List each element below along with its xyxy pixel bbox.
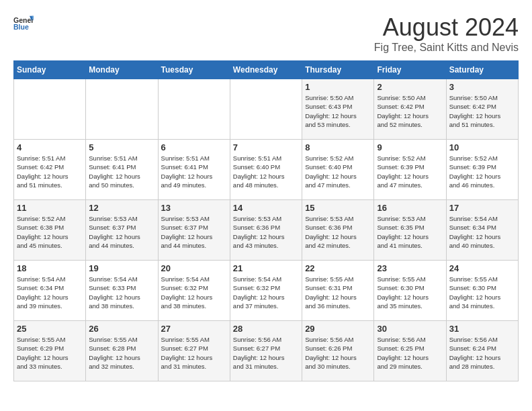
calendar-cell: 29Sunrise: 5:56 AMSunset: 6:26 PMDayligh… xyxy=(302,321,374,381)
day-number: 18 xyxy=(17,263,83,273)
calendar-cell: 7Sunrise: 5:51 AMSunset: 6:40 PMDaylight… xyxy=(230,140,302,200)
day-number: 2 xyxy=(377,82,443,92)
day-number: 3 xyxy=(449,82,515,92)
col-header-friday: Friday xyxy=(374,61,446,79)
day-info: Sunrise: 5:51 AMSunset: 6:42 PMDaylight:… xyxy=(17,154,83,189)
day-info: Sunrise: 5:50 AMSunset: 6:43 PMDaylight:… xyxy=(305,93,371,129)
calendar-cell: 2Sunrise: 5:50 AMSunset: 6:42 PMDaylight… xyxy=(374,79,446,140)
calendar-cell: 5Sunrise: 5:51 AMSunset: 6:41 PMDaylight… xyxy=(86,140,158,200)
day-number: 31 xyxy=(449,324,515,334)
day-number: 14 xyxy=(233,203,299,213)
calendar-week-row: 18Sunrise: 5:54 AMSunset: 6:34 PMDayligh… xyxy=(14,261,519,321)
calendar-cell: 19Sunrise: 5:54 AMSunset: 6:33 PMDayligh… xyxy=(86,261,158,321)
col-header-saturday: Saturday xyxy=(446,61,518,79)
calendar-cell: 17Sunrise: 5:54 AMSunset: 6:34 PMDayligh… xyxy=(446,200,518,261)
day-info: Sunrise: 5:56 AMSunset: 6:27 PMDaylight:… xyxy=(233,335,299,371)
day-info: Sunrise: 5:52 AMSunset: 6:40 PMDaylight:… xyxy=(305,154,371,189)
calendar-cell xyxy=(230,79,302,140)
day-info: Sunrise: 5:53 AMSunset: 6:35 PMDaylight:… xyxy=(377,214,443,250)
day-number: 10 xyxy=(449,142,515,152)
day-info: Sunrise: 5:53 AMSunset: 6:37 PMDaylight:… xyxy=(161,214,227,250)
day-info: Sunrise: 5:54 AMSunset: 6:32 PMDaylight:… xyxy=(161,275,227,310)
day-info: Sunrise: 5:54 AMSunset: 6:34 PMDaylight:… xyxy=(449,214,515,250)
calendar-cell xyxy=(158,79,230,140)
calendar-cell: 26Sunrise: 5:55 AMSunset: 6:28 PMDayligh… xyxy=(86,321,158,381)
day-number: 26 xyxy=(89,324,154,334)
svg-text:Blue: Blue xyxy=(13,23,29,31)
col-header-wednesday: Wednesday xyxy=(230,61,302,79)
day-number: 24 xyxy=(449,263,515,273)
day-info: Sunrise: 5:54 AMSunset: 6:32 PMDaylight:… xyxy=(233,275,299,310)
day-number: 20 xyxy=(161,263,227,273)
day-number: 19 xyxy=(89,263,154,273)
calendar-cell: 27Sunrise: 5:55 AMSunset: 6:27 PMDayligh… xyxy=(158,321,230,381)
title-area: August 2024 Fig Tree, Saint Kitts and Ne… xyxy=(374,13,519,54)
calendar-table: SundayMondayTuesdayWednesdayThursdayFrid… xyxy=(13,60,519,381)
day-info: Sunrise: 5:54 AMSunset: 6:34 PMDaylight:… xyxy=(17,275,83,310)
day-info: Sunrise: 5:55 AMSunset: 6:29 PMDaylight:… xyxy=(17,335,83,371)
day-info: Sunrise: 5:52 AMSunset: 6:39 PMDaylight:… xyxy=(449,154,515,189)
calendar-cell: 3Sunrise: 5:50 AMSunset: 6:42 PMDaylight… xyxy=(446,79,518,140)
calendar-cell: 20Sunrise: 5:54 AMSunset: 6:32 PMDayligh… xyxy=(158,261,230,321)
day-info: Sunrise: 5:53 AMSunset: 6:36 PMDaylight:… xyxy=(305,214,371,250)
calendar-cell: 21Sunrise: 5:54 AMSunset: 6:32 PMDayligh… xyxy=(230,261,302,321)
day-number: 21 xyxy=(233,263,299,273)
day-info: Sunrise: 5:55 AMSunset: 6:27 PMDaylight:… xyxy=(161,335,227,371)
day-number: 30 xyxy=(377,324,443,334)
calendar-cell: 11Sunrise: 5:52 AMSunset: 6:38 PMDayligh… xyxy=(14,200,86,261)
col-header-thursday: Thursday xyxy=(302,61,374,79)
calendar-cell: 12Sunrise: 5:53 AMSunset: 6:37 PMDayligh… xyxy=(86,200,158,261)
day-info: Sunrise: 5:51 AMSunset: 6:41 PMDaylight:… xyxy=(89,154,154,189)
calendar-cell: 31Sunrise: 5:56 AMSunset: 6:24 PMDayligh… xyxy=(446,321,518,381)
day-info: Sunrise: 5:51 AMSunset: 6:41 PMDaylight:… xyxy=(161,154,227,189)
logo: General Blue xyxy=(13,13,34,34)
day-info: Sunrise: 5:50 AMSunset: 6:42 PMDaylight:… xyxy=(377,93,443,129)
day-number: 9 xyxy=(377,142,443,152)
day-info: Sunrise: 5:55 AMSunset: 6:31 PMDaylight:… xyxy=(305,275,371,310)
col-header-sunday: Sunday xyxy=(14,61,86,79)
calendar-cell: 14Sunrise: 5:53 AMSunset: 6:36 PMDayligh… xyxy=(230,200,302,261)
day-info: Sunrise: 5:56 AMSunset: 6:26 PMDaylight:… xyxy=(305,335,371,371)
day-number: 28 xyxy=(233,324,299,334)
day-number: 25 xyxy=(17,324,83,334)
calendar-cell: 10Sunrise: 5:52 AMSunset: 6:39 PMDayligh… xyxy=(446,140,518,200)
day-number: 12 xyxy=(89,203,154,213)
day-number: 27 xyxy=(161,324,227,334)
day-number: 8 xyxy=(305,142,371,152)
day-number: 13 xyxy=(161,203,227,213)
day-info: Sunrise: 5:55 AMSunset: 6:30 PMDaylight:… xyxy=(449,275,515,310)
day-info: Sunrise: 5:56 AMSunset: 6:24 PMDaylight:… xyxy=(449,335,515,371)
calendar-cell xyxy=(14,79,86,140)
day-number: 4 xyxy=(17,142,83,152)
calendar-cell: 25Sunrise: 5:55 AMSunset: 6:29 PMDayligh… xyxy=(14,321,86,381)
calendar-cell: 15Sunrise: 5:53 AMSunset: 6:36 PMDayligh… xyxy=(302,200,374,261)
calendar-cell: 24Sunrise: 5:55 AMSunset: 6:30 PMDayligh… xyxy=(446,261,518,321)
logo-icon: General Blue xyxy=(13,13,34,34)
calendar-week-row: 25Sunrise: 5:55 AMSunset: 6:29 PMDayligh… xyxy=(14,321,519,381)
day-info: Sunrise: 5:55 AMSunset: 6:30 PMDaylight:… xyxy=(377,275,443,310)
calendar-cell: 1Sunrise: 5:50 AMSunset: 6:43 PMDaylight… xyxy=(302,79,374,140)
calendar-cell: 22Sunrise: 5:55 AMSunset: 6:31 PMDayligh… xyxy=(302,261,374,321)
calendar-week-row: 11Sunrise: 5:52 AMSunset: 6:38 PMDayligh… xyxy=(14,200,519,261)
day-info: Sunrise: 5:53 AMSunset: 6:37 PMDaylight:… xyxy=(89,214,154,250)
day-info: Sunrise: 5:52 AMSunset: 6:39 PMDaylight:… xyxy=(377,154,443,189)
day-number: 1 xyxy=(305,82,371,92)
day-info: Sunrise: 5:56 AMSunset: 6:25 PMDaylight:… xyxy=(377,335,443,371)
calendar-week-row: 4Sunrise: 5:51 AMSunset: 6:42 PMDaylight… xyxy=(14,140,519,200)
calendar-cell: 9Sunrise: 5:52 AMSunset: 6:39 PMDaylight… xyxy=(374,140,446,200)
day-number: 6 xyxy=(161,142,227,152)
day-number: 29 xyxy=(305,324,371,334)
day-number: 22 xyxy=(305,263,371,273)
day-info: Sunrise: 5:50 AMSunset: 6:42 PMDaylight:… xyxy=(449,93,515,129)
day-number: 23 xyxy=(377,263,443,273)
calendar-cell: 28Sunrise: 5:56 AMSunset: 6:27 PMDayligh… xyxy=(230,321,302,381)
calendar-cell: 4Sunrise: 5:51 AMSunset: 6:42 PMDaylight… xyxy=(14,140,86,200)
calendar-header-row: SundayMondayTuesdayWednesdayThursdayFrid… xyxy=(14,61,519,79)
header: General Blue August 2024 Fig Tree, Saint… xyxy=(13,13,519,54)
day-number: 16 xyxy=(377,203,443,213)
main-title: August 2024 xyxy=(374,13,519,42)
col-header-tuesday: Tuesday xyxy=(158,61,230,79)
day-number: 17 xyxy=(449,203,515,213)
calendar-cell: 13Sunrise: 5:53 AMSunset: 6:37 PMDayligh… xyxy=(158,200,230,261)
calendar-cell: 8Sunrise: 5:52 AMSunset: 6:40 PMDaylight… xyxy=(302,140,374,200)
